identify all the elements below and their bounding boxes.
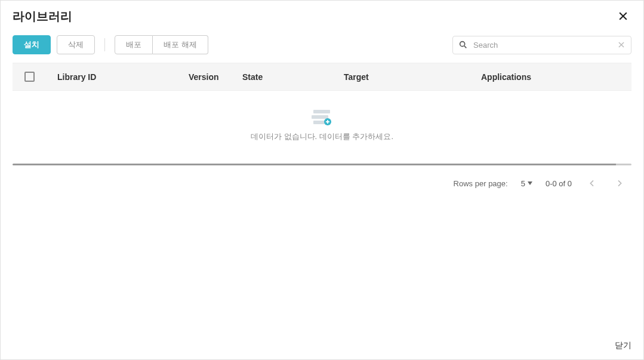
delete-button[interactable]: 삭제: [57, 35, 95, 54]
undeploy-button[interactable]: 배포 해제: [153, 35, 208, 54]
empty-state-icon: [310, 109, 334, 125]
next-page-button[interactable]: [612, 176, 627, 190]
toolbar: 설치 삭제 배포 배포 해제: [1, 29, 643, 63]
svg-rect-6: [313, 110, 330, 113]
footer-close-button[interactable]: 닫기: [615, 340, 631, 351]
select-all-checkbox[interactable]: [24, 72, 35, 82]
search-icon: [458, 40, 468, 50]
svg-line-3: [464, 46, 466, 48]
toolbar-divider: [104, 38, 105, 51]
select-all-cell: [24, 72, 48, 82]
svg-point-2: [460, 42, 465, 47]
svg-rect-7: [312, 115, 328, 119]
pagination: Rows per page: 5 0-0 of 0: [1, 165, 643, 190]
column-target[interactable]: Target: [344, 72, 481, 82]
pagination-range: 0-0 of 0: [546, 179, 572, 188]
table-header-row: Library ID Version State Target Applicat…: [13, 63, 631, 91]
rows-per-page-select[interactable]: 5: [521, 179, 532, 188]
library-modal: 라이브러리 설치 삭제 배포 배포 해제: [0, 0, 644, 360]
empty-state: 데이터가 없습니다. 데이터를 추가하세요.: [13, 91, 631, 154]
modal-footer: 닫기: [603, 331, 643, 359]
chevron-left-icon: [587, 179, 597, 188]
install-button[interactable]: 설치: [13, 35, 51, 54]
rows-per-page-value: 5: [521, 179, 525, 188]
column-state[interactable]: State: [242, 72, 344, 82]
chevron-right-icon: [615, 179, 624, 188]
modal-header: 라이브러리: [1, 1, 643, 29]
previous-page-button[interactable]: [585, 176, 599, 190]
modal-title: 라이브러리: [13, 8, 72, 24]
dropdown-icon: [528, 181, 532, 185]
deploy-button[interactable]: 배포: [115, 35, 153, 54]
empty-state-text: 데이터가 없습니다. 데이터를 추가하세요.: [251, 131, 393, 142]
toolbar-left: 설치 삭제 배포 배포 해제: [13, 35, 208, 54]
close-icon: [617, 10, 629, 22]
clear-search-icon[interactable]: [617, 41, 625, 49]
column-applications[interactable]: Applications: [481, 72, 588, 82]
close-button[interactable]: [615, 8, 631, 24]
column-version[interactable]: Version: [189, 72, 242, 82]
rows-per-page-label: Rows per page:: [454, 179, 508, 188]
column-library-id[interactable]: Library ID: [57, 72, 189, 82]
deploy-button-group: 배포 배포 해제: [115, 35, 208, 54]
search-container: [452, 36, 631, 54]
search-input[interactable]: [452, 36, 631, 54]
